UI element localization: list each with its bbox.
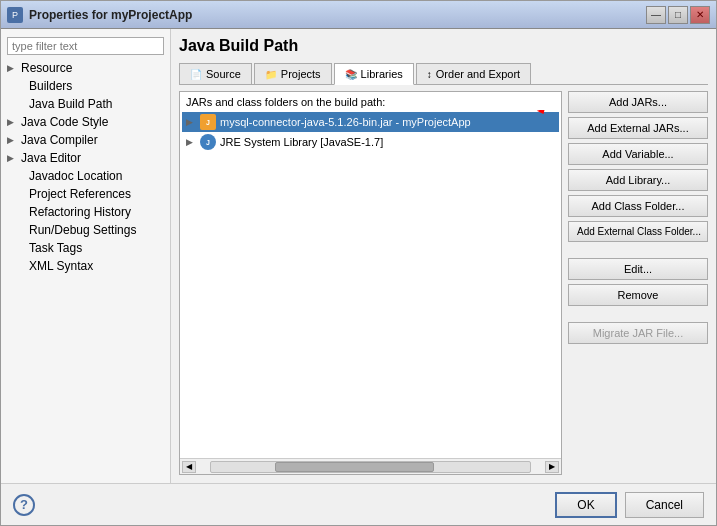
tab-label: Projects xyxy=(281,68,321,80)
bottom-bar: ? OK Cancel xyxy=(1,483,716,525)
scroll-track xyxy=(210,461,531,473)
order-tab-icon: ↕ xyxy=(427,69,432,80)
sidebar-item-label: Java Build Path xyxy=(29,97,112,111)
title-bar: P Properties for myProjectApp — □ ✕ xyxy=(1,1,716,29)
sidebar-item-label: Builders xyxy=(29,79,72,93)
sidebar-item-label: Resource xyxy=(21,61,72,75)
expand-arrow-icon: ▶ xyxy=(7,63,17,73)
buttons-panel: Add JARs... Add External JARs... Add Var… xyxy=(568,91,708,475)
sidebar-item-label: Javadoc Location xyxy=(29,169,122,183)
sidebar-item-label: Run/Debug Settings xyxy=(29,223,136,237)
jar-icon: J xyxy=(200,114,216,130)
add-class-folder-button[interactable]: Add Class Folder... xyxy=(568,195,708,217)
add-variable-button[interactable]: Add Variable... xyxy=(568,143,708,165)
source-tab-icon: 📄 xyxy=(190,69,202,80)
tab-label: Source xyxy=(206,68,241,80)
close-button[interactable]: ✕ xyxy=(690,6,710,24)
sidebar-item-task-tags[interactable]: Task Tags xyxy=(1,239,170,257)
tab-libraries[interactable]: 📚 Libraries xyxy=(334,63,414,85)
content-area: ▶ Resource Builders Java Build Path ▶ Ja… xyxy=(1,29,716,483)
minimize-button[interactable]: — xyxy=(646,6,666,24)
left-nav-panel: ▶ Resource Builders Java Build Path ▶ Ja… xyxy=(1,29,171,483)
migrate-jar-button[interactable]: Migrate JAR File... xyxy=(568,322,708,344)
scroll-right-button[interactable]: ▶ xyxy=(545,461,559,473)
sidebar-item-refactoring-history[interactable]: Refactoring History xyxy=(1,203,170,221)
tabs-bar: 📄 Source 📁 Projects 📚 Libraries ↕ Order … xyxy=(179,63,708,85)
projects-tab-icon: 📁 xyxy=(265,69,277,80)
sidebar-item-javadoc-location[interactable]: Javadoc Location xyxy=(1,167,170,185)
remove-button[interactable]: Remove xyxy=(568,284,708,306)
sidebar-item-java-editor[interactable]: ▶ Java Editor xyxy=(1,149,170,167)
main-body: JARs and class folders on the build path… xyxy=(179,91,708,475)
library-label: JARs and class folders on the build path… xyxy=(180,92,561,110)
window-controls: — □ ✕ xyxy=(646,6,710,24)
right-panel: Java Build Path 📄 Source 📁 Projects 📚 Li… xyxy=(171,29,716,483)
library-panel: JARs and class folders on the build path… xyxy=(179,91,562,475)
tab-label: Order and Export xyxy=(436,68,520,80)
sidebar-item-label: Java Code Style xyxy=(21,115,108,129)
jre-icon: J xyxy=(200,134,216,150)
sidebar-item-project-references[interactable]: Project References xyxy=(1,185,170,203)
help-button[interactable]: ? xyxy=(13,494,35,516)
sidebar-item-xml-syntax[interactable]: XML Syntax xyxy=(1,257,170,275)
libraries-tab-icon: 📚 xyxy=(345,69,357,80)
add-external-class-folder-button[interactable]: Add External Class Folder... xyxy=(568,221,708,242)
sidebar-item-java-code-style[interactable]: ▶ Java Code Style xyxy=(1,113,170,131)
add-library-button[interactable]: Add Library... xyxy=(568,169,708,191)
tab-order-export[interactable]: ↕ Order and Export xyxy=(416,63,531,84)
sidebar-item-java-build-path[interactable]: Java Build Path xyxy=(1,95,170,113)
library-list[interactable]: ➘ ▶ J mysql-connector-java-5.1.26-bin.ja… xyxy=(180,110,561,458)
tab-projects[interactable]: 📁 Projects xyxy=(254,63,332,84)
add-jars-button[interactable]: Add JARs... xyxy=(568,91,708,113)
library-item-jre[interactable]: ▶ J JRE System Library [JavaSE-1.7] xyxy=(182,132,559,152)
maximize-button[interactable]: □ xyxy=(668,6,688,24)
expand-arrow-icon: ▶ xyxy=(186,137,196,147)
sidebar-item-run-debug-settings[interactable]: Run/Debug Settings xyxy=(1,221,170,239)
window-icon: P xyxy=(7,7,23,23)
tab-source[interactable]: 📄 Source xyxy=(179,63,252,84)
filter-input[interactable] xyxy=(7,37,164,55)
expand-arrow-icon: ▶ xyxy=(7,153,17,163)
expand-arrow-icon: ▶ xyxy=(7,135,17,145)
main-window: P Properties for myProjectApp — □ ✕ ▶ Re… xyxy=(0,0,717,526)
sidebar-item-builders[interactable]: Builders xyxy=(1,77,170,95)
scroll-thumb[interactable] xyxy=(275,462,435,472)
sidebar-item-label: Java Compiler xyxy=(21,133,98,147)
expand-arrow-icon: ▶ xyxy=(186,117,196,127)
scroll-left-button[interactable]: ◀ xyxy=(182,461,196,473)
dialog-buttons: OK Cancel xyxy=(555,492,704,518)
ok-button[interactable]: OK xyxy=(555,492,616,518)
expand-arrow-icon: ▶ xyxy=(7,117,17,127)
sidebar-item-label: XML Syntax xyxy=(29,259,93,273)
add-external-jars-button[interactable]: Add External JARs... xyxy=(568,117,708,139)
horizontal-scrollbar[interactable]: ◀ ▶ xyxy=(180,458,561,474)
sidebar-item-resource[interactable]: ▶ Resource xyxy=(1,59,170,77)
sidebar-item-label: Project References xyxy=(29,187,131,201)
tab-label: Libraries xyxy=(361,68,403,80)
sidebar-item-label: Refactoring History xyxy=(29,205,131,219)
cancel-button[interactable]: Cancel xyxy=(625,492,704,518)
sidebar-item-label: Java Editor xyxy=(21,151,81,165)
edit-button[interactable]: Edit... xyxy=(568,258,708,280)
library-item-mysql[interactable]: ▶ J mysql-connector-java-5.1.26-bin.jar … xyxy=(182,112,559,132)
panel-title: Java Build Path xyxy=(179,37,708,55)
window-title: Properties for myProjectApp xyxy=(29,8,646,22)
sidebar-item-label: Task Tags xyxy=(29,241,82,255)
library-item-label: mysql-connector-java-5.1.26-bin.jar - my… xyxy=(220,116,471,128)
sidebar-item-java-compiler[interactable]: ▶ Java Compiler xyxy=(1,131,170,149)
library-item-label: JRE System Library [JavaSE-1.7] xyxy=(220,136,383,148)
